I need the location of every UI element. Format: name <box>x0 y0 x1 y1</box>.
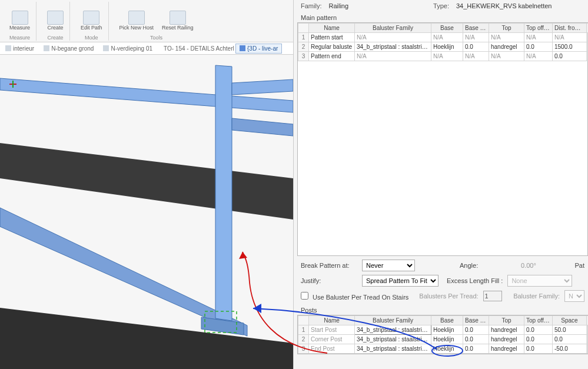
ribbon-group-create: Create Create <box>41 2 70 41</box>
table-header-row: Name Baluster Family Base Base offset To… <box>298 24 589 33</box>
view-tab-verdieping[interactable]: N-verdieping 01 <box>99 44 157 54</box>
baluster-family-select[interactable]: No <box>564 290 584 302</box>
type-value: 34_HEKWERK_RVS kabelnetten <box>456 2 552 9</box>
use-baluster-stairs-checkbox-wrap[interactable]: Use Baluster Per Tread On Stairs <box>301 292 408 301</box>
family-value: Railing <box>328 2 348 9</box>
table-row[interactable]: 1 Start Post 34_b_stripstaal : staalstri… <box>298 325 589 335</box>
reset-railing-button[interactable]: Reset Railing <box>160 9 196 32</box>
angle-value: 0.00° <box>521 262 536 269</box>
view-tab-interieur[interactable]: interieur <box>1 44 38 54</box>
main-pattern-grid[interactable]: Name Baluster Family Base Base offset To… <box>297 22 588 256</box>
break-pattern-select[interactable]: Never <box>362 260 415 271</box>
justify-row: Justify: Spread Pattern To Fit Excess Le… <box>301 275 584 287</box>
document-icon <box>44 45 49 51</box>
posts-grid[interactable]: Name Baluster Family Base Base offset To… <box>297 315 588 354</box>
balusters-per-tread-label: Balusters Per Tread: <box>419 292 478 300</box>
type-label: Type: <box>433 2 449 9</box>
view-tab-3d-live[interactable]: {3D - live-ar <box>235 44 282 54</box>
svg-marker-5 <box>215 65 232 321</box>
family-label: Family: <box>301 2 321 9</box>
ribbon-group-measure: Measure Measure <box>4 2 36 41</box>
break-pattern-label: Break Pattern at: <box>301 262 357 269</box>
table-row[interactable]: 2 Regular baluste 34_b_stripstaal : staa… <box>298 42 589 52</box>
view-tab-begane-grond[interactable]: N-begane grond <box>39 44 98 54</box>
document-icon <box>5 45 11 51</box>
pattern-truncated-label: Pat <box>574 262 584 269</box>
balusters-per-tread-input[interactable] <box>483 291 502 301</box>
ribbon-group-mode: Edit Path Mode <box>75 2 109 41</box>
revit-left-pane: Measure Measure Create Create Edit Path … <box>0 0 293 369</box>
table-row[interactable]: 3 End Post 34_b_stripstaal : staalstrip … <box>298 344 589 354</box>
posts-base-start: Hoeklijn <box>431 325 463 335</box>
view-tab-details[interactable]: TO- 154 - DETAILS Achterbouw Fah... <box>158 44 234 54</box>
posts-label: Posts <box>297 305 588 315</box>
break-pattern-row: Break Pattern at: Never Angle: 0.00° Pat <box>301 260 584 271</box>
cube-icon <box>240 45 245 51</box>
main-pattern-label: Main pattern <box>297 13 588 22</box>
use-baluster-stairs-checkbox[interactable] <box>301 292 308 300</box>
view-tabs: interieur N-begane grond N-verdieping 01… <box>0 42 293 55</box>
ribbon: Measure Measure Create Create Edit Path … <box>0 0 293 42</box>
table-row[interactable]: 3 Pattern end N/A N/A N/A N/A N/A 0.0 N/… <box>298 52 589 61</box>
pick-new-host-button[interactable]: Pick New Host <box>117 9 157 32</box>
railing-3d-model <box>0 55 293 369</box>
document-icon <box>103 45 109 51</box>
baluster-properties-panel: Family: Railing Type: 34_HEKWERK_RVS kab… <box>293 0 588 369</box>
justify-label: Justify: <box>301 277 357 284</box>
table-row[interactable]: 1 Pattern start N/A N/A N/A N/A N/A N/A … <box>298 33 589 42</box>
measure-button[interactable]: Measure <box>7 9 32 32</box>
excess-length-select[interactable]: None <box>507 275 572 287</box>
ribbon-group-tools: Pick New Host Reset Railing Tools <box>114 2 200 41</box>
create-button[interactable]: Create <box>45 9 66 32</box>
excess-length-label: Excess Length Fill : <box>447 277 503 284</box>
baluster-per-tread-row: Use Baluster Per Tread On Stairs Baluste… <box>301 290 584 302</box>
table-row[interactable]: 2 Corner Post 34_b_stripstaal : staalstr… <box>298 335 589 344</box>
3d-viewport[interactable] <box>0 55 293 369</box>
edit-path-button[interactable]: Edit Path <box>78 9 105 32</box>
angle-label: Angle: <box>460 262 516 269</box>
ribbon-group-label: Measure <box>9 34 30 41</box>
table-header-row: Name Baluster Family Base Base offset To… <box>298 316 589 325</box>
header-row: Family: Railing Type: 34_HEKWERK_RVS kab… <box>297 0 588 13</box>
baluster-family-label: Baluster Family: <box>513 292 560 300</box>
justify-select[interactable]: Spread Pattern To Fit <box>362 275 438 287</box>
